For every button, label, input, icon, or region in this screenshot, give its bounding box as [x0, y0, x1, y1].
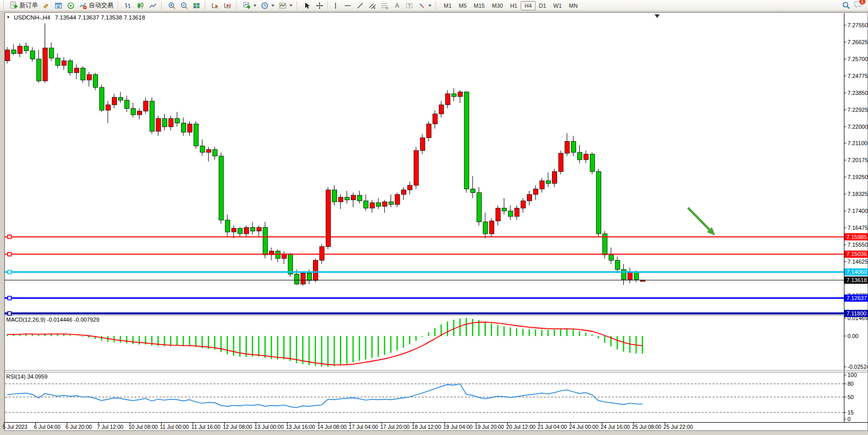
price-tag-label: 7.12637 [846, 295, 867, 301]
svg-text:18 Jul 12:00: 18 Jul 12:00 [412, 424, 441, 430]
chart-canvas[interactable]: 7.275507.266257.257007.247757.238507.229… [0, 0, 868, 435]
line-handle[interactable] [8, 312, 11, 315]
svg-text:21 Jul 04:00: 21 Jul 04:00 [538, 424, 567, 430]
symbol-dropdown-icon[interactable]: ▾ [7, 15, 9, 19]
chart-shift-button[interactable] [222, 0, 234, 11]
timeframe-MN-button[interactable]: MN [565, 1, 581, 10]
tile-windows-button[interactable] [190, 0, 203, 11]
svg-text:7.22000: 7.22000 [847, 124, 868, 130]
candle [263, 227, 268, 255]
line-chart-button[interactable] [147, 0, 159, 11]
candle [81, 68, 85, 80]
periods-dropdown[interactable] [259, 0, 277, 11]
candle [470, 189, 475, 192]
svg-text:11 Jul 00:00: 11 Jul 00:00 [160, 424, 189, 430]
price-tag-label: 7.14060 [846, 269, 867, 275]
new-chart-icon [243, 2, 251, 10]
chart-title: ▾ USDCNH-,H4 7.13544 7.13637 7.13538 7.1… [7, 14, 145, 21]
candle [521, 201, 525, 208]
candle [489, 221, 494, 234]
price-tag-label: 7.13618 [846, 277, 867, 283]
cursor-tool-button[interactable] [301, 0, 313, 11]
svg-text:80: 80 [847, 381, 854, 387]
text-tool[interactable]: A [391, 0, 403, 11]
candle [615, 261, 620, 270]
svg-text:0.00: 0.00 [847, 333, 858, 339]
zoom-out-button[interactable] [178, 0, 190, 11]
zoom-in-button[interactable] [166, 0, 178, 11]
candle [358, 195, 362, 201]
candle [332, 190, 337, 202]
candle [571, 142, 576, 152]
timeframe-D1-button[interactable]: D1 [536, 1, 550, 10]
signals-icon [67, 2, 75, 10]
arrows-tool-dropdown[interactable] [416, 0, 433, 11]
candle [106, 105, 110, 110]
timeframe-M30-button[interactable]: M30 [488, 1, 506, 10]
search-icon[interactable] [842, 1, 851, 10]
text-tool-icon: A [393, 2, 401, 10]
auto-scroll-icon [211, 2, 220, 10]
candle [364, 201, 368, 208]
timeframe-M1-button[interactable]: M1 [440, 1, 455, 10]
chevron-down-icon [253, 5, 257, 7]
timeframe-toolbar: M1M5M15M30H1H4D1W1MN [440, 1, 581, 10]
market-button[interactable] [40, 0, 52, 11]
candle [508, 211, 513, 216]
autotrading-button[interactable]: 自动交易 [77, 0, 115, 11]
candle [87, 74, 91, 80]
new-order-button[interactable]: 新订单 [8, 0, 40, 11]
bar-chart-button[interactable] [122, 0, 134, 11]
candle [200, 146, 205, 153]
toolbar-separator [436, 2, 438, 10]
fibonacci-tool[interactable]: F [379, 0, 391, 11]
horizontal-line-tool[interactable] [342, 0, 354, 11]
svg-text:7.22925: 7.22925 [847, 107, 868, 113]
charts-window-icon [54, 2, 63, 10]
notifications-button[interactable]: 1 [854, 0, 863, 11]
text-label-tool[interactable]: T [403, 0, 416, 11]
vertical-line-tool[interactable] [329, 0, 342, 11]
svg-text:7.24775: 7.24775 [847, 73, 868, 79]
line-handle[interactable] [8, 252, 11, 256]
timeframe-H1-button[interactable]: H1 [506, 1, 521, 10]
auto-scroll-button[interactable] [209, 0, 222, 11]
svg-text:7 Jul 12:00: 7 Jul 12:00 [97, 424, 124, 430]
macd-indicator-label: MACD(12,26,9) -0.014446 -0.007929 [6, 317, 100, 323]
signals-button[interactable] [65, 0, 77, 11]
notification-badge: 1 [859, 0, 866, 5]
candle [250, 227, 255, 231]
candle [515, 208, 519, 216]
candle [24, 46, 29, 51]
timeframe-M5-button[interactable]: M5 [455, 1, 470, 10]
svg-text:25 Jul 08:00: 25 Jul 08:00 [632, 424, 661, 430]
candle [383, 202, 387, 206]
new-chart-dropdown[interactable] [241, 0, 259, 11]
trendline-icon [356, 2, 364, 10]
candle [565, 142, 569, 153]
line-handle[interactable] [8, 296, 11, 300]
market-icon [42, 2, 50, 10]
line-handle[interactable] [8, 235, 11, 239]
candle [483, 222, 488, 234]
svg-text:7.26625: 7.26625 [847, 39, 868, 45]
charts-window-button[interactable] [52, 0, 65, 11]
toolbar-separator [236, 2, 239, 10]
trendline-tool[interactable] [354, 0, 366, 11]
timeframe-W1-button[interactable]: W1 [550, 1, 566, 10]
candle [93, 74, 98, 87]
candlestick-chart-button[interactable] [134, 0, 147, 11]
svg-text:A: A [395, 2, 399, 9]
svg-text:12 Jul 08:00: 12 Jul 08:00 [223, 424, 252, 430]
svg-text:25 Jul 22:00: 25 Jul 22:00 [663, 424, 693, 430]
line-handle[interactable] [8, 270, 11, 274]
timeframe-H4-button[interactable]: H4 [521, 1, 535, 10]
equidistant-channel-tool[interactable]: E [366, 0, 379, 11]
candle [634, 272, 639, 280]
crosshair-tool-button[interactable] [313, 0, 326, 11]
svg-text:0: 0 [847, 416, 851, 422]
toolbar-separator [205, 2, 207, 10]
candle [49, 48, 54, 58]
templates-dropdown[interactable] [277, 0, 294, 11]
timeframe-M15-button[interactable]: M15 [470, 1, 488, 10]
